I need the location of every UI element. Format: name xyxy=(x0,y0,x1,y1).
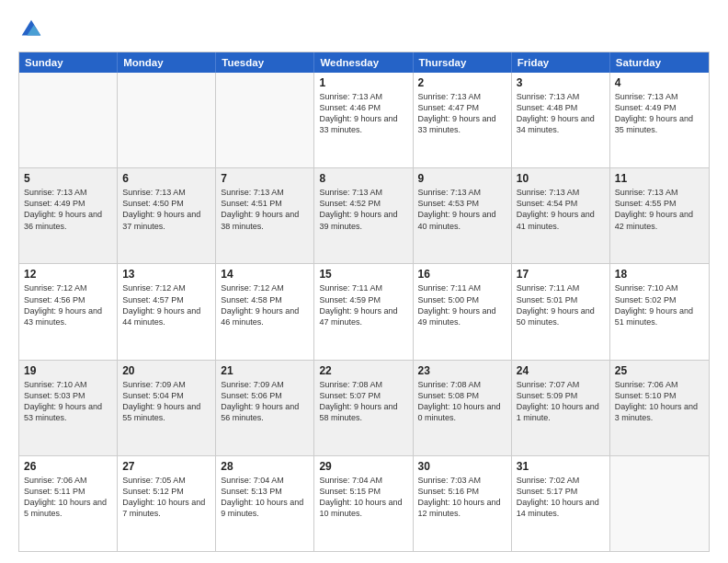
weekday-header-sunday: Sunday xyxy=(19,52,118,73)
day-number: 29 xyxy=(319,460,407,473)
day-number: 27 xyxy=(122,460,210,473)
day-number: 6 xyxy=(122,172,210,185)
day-info: Sunrise: 7:08 AMSunset: 5:07 PMDaylight:… xyxy=(319,379,407,424)
day-number: 2 xyxy=(418,76,506,89)
day-info: Sunrise: 7:13 AMSunset: 4:47 PMDaylight:… xyxy=(418,91,506,136)
day-info: Sunrise: 7:13 AMSunset: 4:48 PMDaylight:… xyxy=(517,91,605,136)
day-number: 22 xyxy=(319,364,407,377)
day-cell-28: 28Sunrise: 7:04 AMSunset: 5:13 PMDayligh… xyxy=(216,456,314,551)
day-info: Sunrise: 7:13 AMSunset: 4:51 PMDaylight:… xyxy=(221,187,309,232)
day-number: 19 xyxy=(24,364,112,377)
day-cell-7: 7Sunrise: 7:13 AMSunset: 4:51 PMDaylight… xyxy=(216,168,314,263)
day-cell-8: 8Sunrise: 7:13 AMSunset: 4:52 PMDaylight… xyxy=(314,168,413,263)
logo-icon xyxy=(18,17,44,42)
day-info: Sunrise: 7:10 AMSunset: 5:03 PMDaylight:… xyxy=(24,379,112,424)
day-cell-27: 27Sunrise: 7:05 AMSunset: 5:12 PMDayligh… xyxy=(118,456,216,551)
day-number: 20 xyxy=(122,364,210,377)
day-info: Sunrise: 7:11 AMSunset: 5:00 PMDaylight:… xyxy=(418,282,506,327)
day-info: Sunrise: 7:13 AMSunset: 4:54 PMDaylight:… xyxy=(517,187,605,232)
day-info: Sunrise: 7:09 AMSunset: 5:06 PMDaylight:… xyxy=(221,379,309,424)
day-cell-18: 18Sunrise: 7:10 AMSunset: 5:02 PMDayligh… xyxy=(610,264,709,359)
calendar-row-4: 26Sunrise: 7:06 AMSunset: 5:11 PMDayligh… xyxy=(19,455,709,551)
day-info: Sunrise: 7:06 AMSunset: 5:10 PMDaylight:… xyxy=(615,379,704,424)
day-number: 26 xyxy=(24,460,112,473)
calendar-row-1: 5Sunrise: 7:13 AMSunset: 4:49 PMDaylight… xyxy=(19,167,709,263)
day-number: 15 xyxy=(319,268,407,281)
day-cell-24: 24Sunrise: 7:07 AMSunset: 5:09 PMDayligh… xyxy=(512,361,610,455)
day-info: Sunrise: 7:06 AMSunset: 5:11 PMDaylight:… xyxy=(24,475,112,520)
day-number: 7 xyxy=(221,172,309,185)
day-cell-4: 4Sunrise: 7:13 AMSunset: 4:49 PMDaylight… xyxy=(610,73,709,167)
day-number: 11 xyxy=(615,172,704,185)
day-cell-30: 30Sunrise: 7:03 AMSunset: 5:16 PMDayligh… xyxy=(414,456,512,551)
calendar: SundayMondayTuesdayWednesdayThursdayFrid… xyxy=(18,52,710,552)
calendar-body: 1Sunrise: 7:13 AMSunset: 4:46 PMDaylight… xyxy=(19,73,709,551)
day-cell-29: 29Sunrise: 7:04 AMSunset: 5:15 PMDayligh… xyxy=(314,456,413,551)
day-number: 9 xyxy=(418,172,506,185)
logo xyxy=(18,17,48,42)
day-number: 30 xyxy=(418,460,506,473)
weekday-header-friday: Friday xyxy=(512,52,610,73)
day-cell-16: 16Sunrise: 7:11 AMSunset: 5:00 PMDayligh… xyxy=(414,264,512,359)
day-info: Sunrise: 7:07 AMSunset: 5:09 PMDaylight:… xyxy=(517,379,605,424)
day-cell-10: 10Sunrise: 7:13 AMSunset: 4:54 PMDayligh… xyxy=(512,168,610,263)
day-info: Sunrise: 7:13 AMSunset: 4:55 PMDaylight:… xyxy=(615,187,704,232)
day-info: Sunrise: 7:08 AMSunset: 5:08 PMDaylight:… xyxy=(418,379,506,424)
day-number: 5 xyxy=(24,172,112,185)
weekday-header-thursday: Thursday xyxy=(414,52,512,73)
day-number: 28 xyxy=(221,460,309,473)
day-info: Sunrise: 7:03 AMSunset: 5:16 PMDaylight:… xyxy=(418,475,506,520)
day-cell-13: 13Sunrise: 7:12 AMSunset: 4:57 PMDayligh… xyxy=(118,264,216,359)
day-cell-12: 12Sunrise: 7:12 AMSunset: 4:56 PMDayligh… xyxy=(19,264,118,359)
day-info: Sunrise: 7:11 AMSunset: 5:01 PMDaylight:… xyxy=(517,282,605,327)
day-info: Sunrise: 7:04 AMSunset: 5:15 PMDaylight:… xyxy=(319,475,407,520)
calendar-row-0: 1Sunrise: 7:13 AMSunset: 4:46 PMDaylight… xyxy=(19,73,709,167)
day-info: Sunrise: 7:10 AMSunset: 5:02 PMDaylight:… xyxy=(615,282,704,327)
day-cell-3: 3Sunrise: 7:13 AMSunset: 4:48 PMDaylight… xyxy=(512,73,610,167)
day-cell-22: 22Sunrise: 7:08 AMSunset: 5:07 PMDayligh… xyxy=(314,361,413,455)
day-number: 13 xyxy=(122,268,210,281)
day-number: 18 xyxy=(615,268,704,281)
day-number: 31 xyxy=(517,460,605,473)
day-info: Sunrise: 7:13 AMSunset: 4:49 PMDaylight:… xyxy=(615,91,704,136)
day-number: 4 xyxy=(615,76,704,89)
empty-cell-0-2 xyxy=(216,73,314,167)
weekday-header-wednesday: Wednesday xyxy=(314,52,413,73)
day-cell-2: 2Sunrise: 7:13 AMSunset: 4:47 PMDaylight… xyxy=(414,73,512,167)
day-cell-20: 20Sunrise: 7:09 AMSunset: 5:04 PMDayligh… xyxy=(118,361,216,455)
weekday-header-saturday: Saturday xyxy=(610,52,709,73)
calendar-row-2: 12Sunrise: 7:12 AMSunset: 4:56 PMDayligh… xyxy=(19,263,709,359)
day-cell-21: 21Sunrise: 7:09 AMSunset: 5:06 PMDayligh… xyxy=(216,361,314,455)
day-cell-1: 1Sunrise: 7:13 AMSunset: 4:46 PMDaylight… xyxy=(314,73,413,167)
day-info: Sunrise: 7:05 AMSunset: 5:12 PMDaylight:… xyxy=(122,475,210,520)
day-number: 21 xyxy=(221,364,309,377)
day-cell-5: 5Sunrise: 7:13 AMSunset: 4:49 PMDaylight… xyxy=(19,168,118,263)
day-number: 14 xyxy=(221,268,309,281)
day-info: Sunrise: 7:13 AMSunset: 4:50 PMDaylight:… xyxy=(122,187,210,232)
day-number: 25 xyxy=(615,364,704,377)
day-cell-19: 19Sunrise: 7:10 AMSunset: 5:03 PMDayligh… xyxy=(19,361,118,455)
calendar-header: SundayMondayTuesdayWednesdayThursdayFrid… xyxy=(19,52,709,73)
day-number: 1 xyxy=(319,76,407,89)
day-info: Sunrise: 7:12 AMSunset: 4:56 PMDaylight:… xyxy=(24,282,112,327)
day-info: Sunrise: 7:02 AMSunset: 5:17 PMDaylight:… xyxy=(517,475,605,520)
empty-cell-0-1 xyxy=(118,73,216,167)
day-info: Sunrise: 7:04 AMSunset: 5:13 PMDaylight:… xyxy=(221,475,309,520)
day-number: 8 xyxy=(319,172,407,185)
day-info: Sunrise: 7:13 AMSunset: 4:53 PMDaylight:… xyxy=(418,187,506,232)
day-info: Sunrise: 7:12 AMSunset: 4:58 PMDaylight:… xyxy=(221,282,309,327)
day-cell-23: 23Sunrise: 7:08 AMSunset: 5:08 PMDayligh… xyxy=(414,361,512,455)
day-number: 17 xyxy=(517,268,605,281)
day-cell-9: 9Sunrise: 7:13 AMSunset: 4:53 PMDaylight… xyxy=(414,168,512,263)
day-cell-31: 31Sunrise: 7:02 AMSunset: 5:17 PMDayligh… xyxy=(512,456,610,551)
day-cell-6: 6Sunrise: 7:13 AMSunset: 4:50 PMDaylight… xyxy=(118,168,216,263)
day-info: Sunrise: 7:13 AMSunset: 4:52 PMDaylight:… xyxy=(319,187,407,232)
day-number: 16 xyxy=(418,268,506,281)
day-number: 12 xyxy=(24,268,112,281)
empty-cell-4-6 xyxy=(610,456,709,551)
day-info: Sunrise: 7:09 AMSunset: 5:04 PMDaylight:… xyxy=(122,379,210,424)
day-number: 23 xyxy=(418,364,506,377)
day-cell-11: 11Sunrise: 7:13 AMSunset: 4:55 PMDayligh… xyxy=(610,168,709,263)
day-info: Sunrise: 7:12 AMSunset: 4:57 PMDaylight:… xyxy=(122,282,210,327)
day-number: 3 xyxy=(517,76,605,89)
